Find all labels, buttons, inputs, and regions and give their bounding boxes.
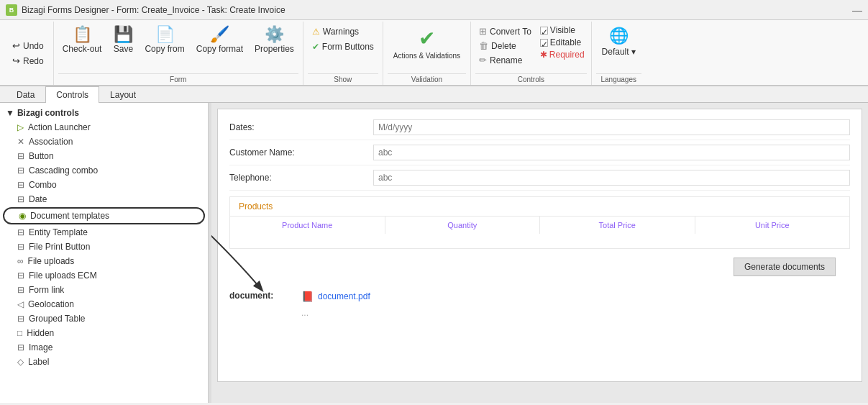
sidebar-item-grouped-table[interactable]: ⊟ Grouped Table xyxy=(0,311,208,326)
languages-group: 🌐 Default ▾ Languages xyxy=(592,22,646,85)
visible-checkbox[interactable]: ✓ Visible xyxy=(538,24,587,36)
copy-format-button[interactable]: 🖌️ Copy format xyxy=(192,24,247,56)
tab-controls[interactable]: Controls xyxy=(45,86,99,103)
sidebar-item-date[interactable]: ⊟ Date xyxy=(0,192,208,206)
customer-name-input[interactable] xyxy=(373,145,850,160)
product-name-col: Product Name xyxy=(230,217,385,234)
sidebar: ▼ Bizagi controls ▷ Action Launcher ✕ As… xyxy=(0,103,209,403)
sidebar-item-file-uploads[interactable]: ∞ File uploads xyxy=(0,254,208,268)
redo-button[interactable]: ↪ Redo xyxy=(9,54,47,68)
file-uploads-icon: ∞ xyxy=(17,256,24,266)
minimize-button[interactable]: — xyxy=(852,4,862,16)
controls-group-label: Controls xyxy=(475,73,587,85)
total-price-col: Total Price xyxy=(540,217,695,234)
rename-icon: ✏ xyxy=(479,55,487,65)
sidebar-item-geolocation[interactable]: ◁ Geolocation xyxy=(0,297,208,311)
form-fields-section: Dates: Customer Name: Telephone: xyxy=(218,109,862,196)
sidebar-item-file-uploads-ecm[interactable]: ⊟ File uploads ECM xyxy=(0,268,208,283)
checkout-button[interactable]: 📋 Check-out xyxy=(58,24,106,56)
unit-price-col: Unit Price xyxy=(695,217,850,234)
entity-template-icon: ⊟ xyxy=(17,227,24,237)
copy-from-icon: 📄 xyxy=(155,27,175,42)
quantity-col: Quantity xyxy=(385,217,541,234)
delete-icon: 🗑 xyxy=(479,40,488,51)
file-uploads-ecm-icon: ⊟ xyxy=(17,270,24,281)
dates-label: Dates: xyxy=(229,122,373,132)
visible-check-box[interactable]: ✓ xyxy=(540,27,548,35)
cascading-combo-icon: ⊟ xyxy=(17,165,24,176)
form-group: 📋 Check-out 💾 Save 📄 Copy from 🖌️ Copy f… xyxy=(54,22,303,85)
sidebar-item-button[interactable]: ⊟ Button xyxy=(0,149,208,163)
delete-button[interactable]: 🗑 Delete xyxy=(475,39,535,53)
collapse-icon: ▼ xyxy=(6,108,14,118)
sidebar-item-file-print-button[interactable]: ⊟ File Print Button xyxy=(0,240,208,254)
products-empty-row xyxy=(230,234,849,248)
editable-checkbox[interactable]: ✓ Editable xyxy=(538,37,587,48)
tab-data[interactable]: Data xyxy=(6,86,45,103)
telephone-label: Telephone: xyxy=(229,173,373,183)
document-content: 📕 document.pdf ... xyxy=(301,291,850,318)
sidebar-item-document-templates[interactable]: ◉ Document templates xyxy=(3,207,205,224)
doc-more-indicator: ... xyxy=(301,308,850,318)
grouped-table-icon: ⊟ xyxy=(17,314,24,324)
form-link-icon: ⊟ xyxy=(17,285,24,295)
rename-button[interactable]: ✏ Rename xyxy=(475,53,535,67)
document-file[interactable]: 📕 document.pdf xyxy=(301,291,850,302)
document-filename: document.pdf xyxy=(318,291,370,301)
tab-bar: Data Controls Layout xyxy=(0,86,868,103)
sidebar-item-action-launcher[interactable]: ▷ Action Launcher xyxy=(0,120,208,135)
title-bar-text: Bizagi Forms Designer - Form: Create_Inv… xyxy=(22,5,285,15)
editable-check-box[interactable]: ✓ xyxy=(540,39,548,47)
sidebar-item-image[interactable]: ⊟ Image xyxy=(0,340,208,355)
dates-input[interactable] xyxy=(373,119,850,135)
sidebar-item-cascading-combo[interactable]: ⊟ Cascading combo xyxy=(0,163,208,178)
validation-group: ✔ Actions & Validations Validation xyxy=(383,22,471,85)
form-buttons-button[interactable]: ✔ Form Buttons xyxy=(308,40,378,54)
language-icon: 🌐 xyxy=(609,27,629,45)
gen-docs-row: Generate documents xyxy=(218,255,862,282)
validation-group-label: Validation xyxy=(388,73,466,85)
form-container: Dates: Customer Name: Telephone: Product… xyxy=(217,109,862,382)
convert-to-button[interactable]: ⊞ Convert To xyxy=(475,24,535,38)
languages-group-label: Languages xyxy=(596,73,641,85)
undo-button[interactable]: ↩ Undo xyxy=(9,39,47,53)
form-buttons-icon: ✔ xyxy=(312,42,319,52)
tab-layout[interactable]: Layout xyxy=(99,86,147,103)
copy-from-button[interactable]: 📄 Copy from xyxy=(140,24,188,56)
default-language-button[interactable]: 🌐 Default ▾ xyxy=(596,24,641,59)
telephone-input[interactable] xyxy=(373,170,850,186)
form-row-dates: Dates: xyxy=(229,115,850,140)
undo-redo-group: ↩ Undo ↪ Redo xyxy=(3,22,54,85)
sidebar-item-label[interactable]: ◇ Label xyxy=(0,355,208,369)
actions-validations-button[interactable]: ✔ Actions & Validations xyxy=(388,24,466,62)
sidebar-item-hidden[interactable]: □ Hidden xyxy=(0,326,208,340)
file-print-button-icon: ⊟ xyxy=(17,242,24,252)
sidebar-item-form-link[interactable]: ⊟ Form link xyxy=(0,283,208,297)
bizagi-controls-header[interactable]: ▼ Bizagi controls xyxy=(0,106,208,120)
app-icon: B xyxy=(6,4,17,16)
save-button[interactable]: 💾 Save xyxy=(109,24,137,56)
document-templates-icon: ◉ xyxy=(19,211,26,221)
sidebar-item-combo[interactable]: ⊟ Combo xyxy=(0,178,208,192)
properties-button[interactable]: ⚙️ Properties xyxy=(250,24,298,56)
show-group: ⚠ Warnings ✔ Form Buttons Show xyxy=(303,22,383,85)
sidebar-item-association[interactable]: ✕ Association xyxy=(0,135,208,149)
bizagi-controls-section: ▼ Bizagi controls ▷ Action Launcher ✕ As… xyxy=(0,103,208,372)
customer-name-label: Customer Name: xyxy=(229,147,373,158)
hidden-icon: □ xyxy=(17,328,22,338)
combo-icon: ⊟ xyxy=(17,180,24,190)
show-group-label: Show xyxy=(308,73,378,85)
controls-group: ⊞ Convert To 🗑 Delete ✏ Rename ✓ xyxy=(471,22,592,85)
required-checkbox[interactable]: ✱ Required xyxy=(538,49,587,60)
warnings-button[interactable]: ⚠ Warnings xyxy=(308,24,378,39)
undo-icon: ↩ xyxy=(12,40,20,51)
sidebar-item-entity-template[interactable]: ⊟ Entity Template xyxy=(0,225,208,240)
main-layout: ▼ Bizagi controls ▷ Action Launcher ✕ As… xyxy=(0,103,868,403)
products-columns: Product Name Quantity Total Price Unit P… xyxy=(230,217,849,234)
document-section: document: 📕 document.pdf ... xyxy=(218,282,862,327)
actions-validations-icon: ✔ xyxy=(419,27,435,50)
button-icon: ⊟ xyxy=(17,151,24,161)
action-launcher-icon: ▷ xyxy=(17,122,24,132)
products-section: Products Product Name Quantity Total Pri… xyxy=(229,196,850,249)
generate-documents-button[interactable]: Generate documents xyxy=(734,258,836,276)
